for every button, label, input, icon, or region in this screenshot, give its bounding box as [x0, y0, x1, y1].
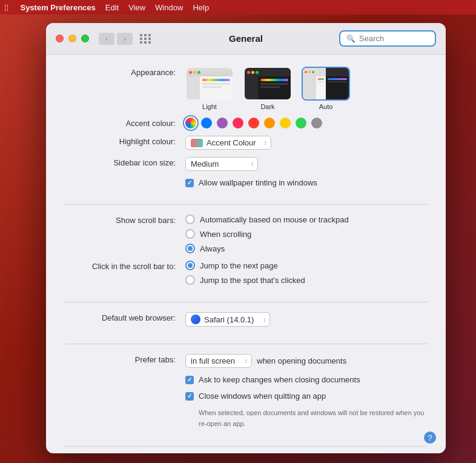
accent-orange[interactable] — [264, 118, 275, 128]
prefer-tabs-dropdown[interactable]: in full screen ↕ — [185, 354, 252, 368]
browser-label: Default web browser: — [64, 312, 185, 322]
sidebar-icon-arrow: ↕ — [251, 161, 254, 167]
accent-red[interactable] — [248, 118, 259, 128]
radio-inner — [188, 246, 193, 251]
close-windows-note: When selected, open documents and window… — [199, 407, 428, 429]
accent-yellow[interactable] — [280, 118, 291, 128]
click-spot-radio[interactable] — [185, 275, 195, 285]
dark-thumb — [243, 67, 292, 101]
wallpaper-row: ✓ Allow wallpaper tinting in windows — [64, 178, 428, 187]
browser-dropdown[interactable]: Safari (14.0.1) ↕ — [185, 312, 270, 327]
back-button[interactable]: ‹ — [99, 33, 114, 45]
click-next-radio[interactable] — [185, 261, 195, 270]
prefer-tabs-label: Prefer tabs: — [64, 354, 185, 364]
scroll-always-label: Always — [200, 244, 225, 253]
scroll-bars-section: Show scroll bars: Automatically based on… — [64, 215, 428, 302]
light-label: Light — [202, 103, 217, 110]
scroll-scrolling-row[interactable]: When scrolling — [185, 229, 349, 239]
accent-pink[interactable] — [233, 118, 243, 128]
forward-button[interactable]: › — [117, 33, 133, 45]
search-box[interactable]: 🔍 — [339, 30, 436, 47]
close-windows-text: Close windows when quitting an app — [199, 391, 326, 401]
appearance-row: Appearance: — [64, 67, 428, 110]
highlight-colour-row: Highlight colour: Accent Colour ↕ — [64, 136, 428, 150]
menubar-edit[interactable]: Edit — [105, 3, 119, 12]
appearance-dark[interactable]: Dark — [243, 67, 292, 110]
close-windows-control: ✓ Close windows when quitting an app Whe… — [185, 391, 428, 429]
fullscreen-button[interactable] — [81, 35, 89, 42]
accent-colour-control — [185, 118, 428, 128]
browser-section: Default web browser: Safari (14.0.1) ↕ — [64, 312, 428, 344]
ask-changes-checkbox-row[interactable]: ✓ Ask to keep changes when closing docum… — [185, 375, 360, 384]
scroll-auto-radio[interactable] — [185, 215, 195, 224]
scroll-always-radio[interactable] — [185, 244, 195, 253]
grid-icon — [140, 34, 151, 44]
grid-view-button[interactable] — [137, 33, 153, 45]
click-scroll-row: Click in the scroll bar to: Jump to the … — [64, 261, 428, 285]
highlight-colour-dropdown[interactable]: Accent Colour ↕ — [185, 136, 271, 150]
prefer-tabs-arrow: ↕ — [245, 358, 248, 364]
sidebar-icon-value: Medium — [191, 159, 219, 168]
safari-icon — [191, 315, 200, 324]
sidebar-icon-dropdown[interactable]: Medium ↕ — [185, 157, 258, 171]
scroll-bars-row: Show scroll bars: Automatically based on… — [64, 215, 428, 253]
scroll-always-row[interactable]: Always — [185, 244, 349, 253]
accent-purple[interactable] — [217, 118, 228, 128]
preferences-content: Appearance: — [46, 55, 446, 453]
appearance-light[interactable]: Light — [185, 67, 234, 110]
accent-blue[interactable] — [201, 118, 212, 128]
browser-arrow: ↕ — [263, 316, 266, 323]
scroll-bars-control: Automatically based on mouse or trackpad… — [185, 215, 428, 253]
accent-colour-label: Accent colour: — [64, 118, 185, 128]
menubar-view[interactable]: View — [128, 3, 145, 12]
minimize-button[interactable] — [68, 35, 76, 42]
highlight-colour-control: Accent Colour ↕ — [185, 136, 428, 150]
close-windows-checkbox-row[interactable]: ✓ Close windows when quitting an app — [185, 391, 326, 401]
scroll-bars-label: Show scroll bars: — [64, 215, 185, 225]
close-windows-label — [64, 391, 185, 393]
ask-changes-control: ✓ Ask to keep changes when closing docum… — [185, 375, 428, 384]
checkmark-icon-3: ✓ — [187, 393, 192, 399]
window-title: General — [229, 33, 263, 44]
menubar-app-name[interactable]: System Preferences — [20, 3, 95, 12]
dark-header — [245, 68, 291, 76]
accent-green[interactable] — [296, 118, 306, 128]
checkmark-icon-2: ✓ — [187, 376, 192, 383]
scroll-scrolling-radio[interactable] — [185, 229, 195, 239]
accent-multicolor[interactable] — [185, 118, 196, 128]
close-windows-row: ✓ Close windows when quitting an app Whe… — [64, 391, 428, 429]
appearance-control: Light — [185, 67, 428, 110]
click-spot-row[interactable]: Jump to the spot that's clicked — [185, 275, 305, 285]
ask-changes-checkbox[interactable]: ✓ — [185, 376, 194, 384]
wallpaper-checkbox[interactable]: ✓ — [185, 179, 194, 187]
accent-graphite[interactable] — [311, 118, 322, 128]
click-scroll-radio-group: Jump to the next page Jump to the spot t… — [185, 261, 305, 285]
accent-colour-row: Accent colour: — [64, 118, 428, 128]
scroll-auto-row[interactable]: Automatically based on mouse or trackpad — [185, 215, 349, 224]
click-next-page-row[interactable]: Jump to the next page — [185, 261, 305, 270]
help-button[interactable]: ? — [424, 431, 436, 444]
prefer-tabs-row: Prefer tabs: in full screen ↕ when openi… — [64, 354, 428, 368]
wallpaper-checkbox-row[interactable]: ✓ Allow wallpaper tinting in windows — [185, 178, 317, 187]
search-icon: 🔍 — [346, 35, 355, 43]
nav-buttons: ‹ › — [99, 33, 133, 45]
scroll-scrolling-label: When scrolling — [200, 230, 251, 239]
close-windows-checkbox[interactable]: ✓ — [185, 392, 194, 401]
wallpaper-text: Allow wallpaper tinting in windows — [199, 178, 317, 187]
ask-changes-text: Ask to keep changes when closing documen… — [199, 375, 360, 384]
menubar-window[interactable]: Window — [155, 3, 183, 12]
scroll-auto-label: Automatically based on mouse or trackpad — [200, 215, 349, 224]
menubar-help[interactable]: Help — [193, 3, 209, 12]
click-scroll-control: Jump to the next page Jump to the spot t… — [185, 261, 428, 285]
browser-row: Default web browser: Safari (14.0.1) ↕ — [64, 312, 428, 327]
appearance-auto[interactable]: Auto — [302, 67, 350, 110]
prefer-tabs-suffix: when opening documents — [257, 356, 346, 365]
highlight-colour-label: Highlight colour: — [64, 136, 185, 146]
preferences-window: ‹ › General 🔍 Appearance: — [46, 23, 446, 453]
sidebar-icon-control: Medium ↕ — [185, 157, 428, 171]
apple-menu-icon[interactable]:  — [5, 2, 8, 13]
close-button[interactable] — [56, 35, 64, 42]
ask-changes-row: ✓ Ask to keep changes when closing docum… — [64, 375, 428, 384]
appearance-label: Appearance: — [64, 67, 185, 77]
search-input[interactable] — [359, 34, 429, 43]
